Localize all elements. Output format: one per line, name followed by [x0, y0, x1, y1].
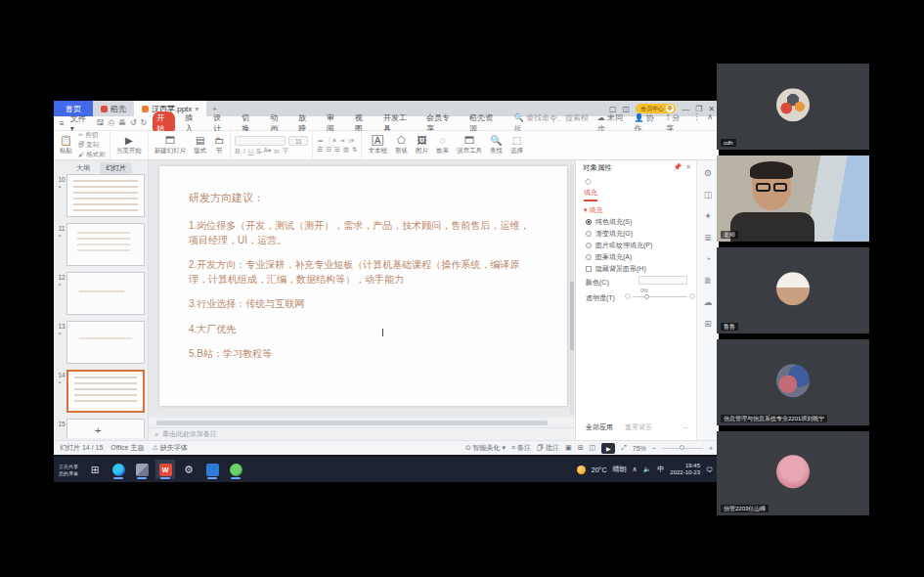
columns-button[interactable]: ▥: [343, 146, 349, 154]
temperature[interactable]: 20°C: [592, 466, 607, 473]
outline-tab[interactable]: 大纲: [70, 162, 96, 174]
align-center-button[interactable]: ☷: [326, 146, 331, 154]
settings-icon[interactable]: ⚙: [179, 460, 198, 479]
wechat-icon[interactable]: [226, 460, 245, 479]
layout-button[interactable]: ▤版式: [192, 135, 208, 155]
edge-browser-icon[interactable]: [109, 460, 128, 479]
slide-thumb-13[interactable]: [66, 321, 145, 364]
canvas-horizontal-scrollbar[interactable]: [149, 418, 575, 427]
slide-thumb-10[interactable]: [66, 174, 145, 217]
zoom-in-button[interactable]: +: [709, 445, 713, 452]
slide-thumb-11[interactable]: [66, 223, 145, 266]
present-tools-button[interactable]: 🗔演示工具: [455, 135, 484, 155]
more-options-icon[interactable]: ...: [682, 422, 688, 429]
section-button[interactable]: 🗀节: [212, 135, 226, 155]
color-dropdown[interactable]: [638, 276, 687, 285]
font-size-select[interactable]: 11: [288, 136, 308, 146]
copy-button[interactable]: 🗐 复制: [78, 141, 106, 150]
fill-option-gradient[interactable]: 渐变填充(G): [586, 229, 633, 239]
fill-option-pattern[interactable]: 图案填充(A): [586, 252, 632, 262]
add-slide-button[interactable]: +: [95, 424, 101, 436]
current-slide[interactable]: 研发方向建议： 1.岗位很多（开发，测试（测开），需求，产品，技术顾问，售前售后…: [159, 166, 567, 406]
cut-button[interactable]: ✂ 剪切: [78, 131, 106, 140]
file-explorer-icon[interactable]: [132, 460, 152, 479]
notes-toggle[interactable]: ≡ 备注: [511, 443, 531, 453]
underline-button[interactable]: U: [248, 147, 253, 155]
cloud-panel-icon[interactable]: ☁: [704, 297, 713, 307]
weather-icon[interactable]: [577, 466, 586, 474]
line-spacing-button[interactable]: ↕≡: [348, 137, 355, 145]
slider-plus[interactable]: [689, 293, 695, 299]
taskbar-clock[interactable]: 19:45 2022-10-23: [670, 463, 700, 476]
panel-close-icon[interactable]: ✕: [685, 163, 691, 171]
picture-button[interactable]: 🖼图片: [414, 135, 430, 155]
apps-panel-icon[interactable]: ⊞: [704, 319, 712, 329]
missing-font-warning[interactable]: ⚠ 缺失字体: [152, 443, 187, 453]
zoom-slider[interactable]: [662, 448, 703, 449]
bullets-button[interactable]: ≔: [317, 137, 324, 145]
slide-thumb-14-selected[interactable]: [66, 370, 145, 413]
fill-option-picture[interactable]: 图片或纹理填充(P): [586, 241, 652, 250]
undo-icon[interactable]: ↺: [130, 118, 137, 128]
numbering-button[interactable]: ⋮≡: [327, 137, 336, 145]
fill-section-header[interactable]: ▾ 填充: [584, 205, 602, 215]
italic-button[interactable]: I: [243, 147, 245, 155]
zoom-out-button[interactable]: −: [652, 445, 656, 452]
text-direction-button[interactable]: ⇅: [352, 146, 357, 154]
participant-tile-3[interactable]: 鲁鲁: [717, 247, 869, 333]
screen-share-indicator[interactable]: 正在共享 您的屏幕: [54, 464, 83, 476]
font-family-select[interactable]: [235, 136, 286, 146]
textbox-button[interactable]: 🄰文本框: [366, 135, 389, 155]
tray-expand-icon[interactable]: ∧: [632, 466, 637, 473]
canvas-vertical-scrollbar[interactable]: [570, 164, 574, 414]
play-from-page-button[interactable]: ▶当页开始: [114, 135, 144, 155]
participant-tile-4[interactable]: 信息管理与信息系统专业2201班刘晓宁: [717, 339, 869, 425]
strike-button[interactable]: S̶: [256, 148, 260, 155]
align-left-button[interactable]: ☰: [317, 146, 323, 154]
effect-button[interactable]: ◌效果: [434, 135, 451, 155]
normal-view-icon[interactable]: ▣: [565, 444, 572, 452]
timer-panel-icon[interactable]: ◔: [705, 254, 710, 264]
apply-all-button[interactable]: 全部应用: [586, 422, 613, 432]
participant-tile-5[interactable]: 信管2203任山峰: [717, 431, 869, 515]
slideshow-play-button[interactable]: ▶: [601, 443, 615, 454]
task-view-button[interactable]: ⊞: [85, 460, 105, 479]
file-menu[interactable]: 文件 ▾: [70, 113, 91, 133]
pin-icon[interactable]: 📌: [673, 163, 682, 171]
select-button[interactable]: ⬚选择: [508, 135, 525, 155]
redo-icon[interactable]: ↻: [141, 118, 148, 128]
sorter-view-icon[interactable]: ⊞: [578, 444, 584, 452]
scrollbar-thumb[interactable]: [156, 421, 548, 425]
slide-thumb-15[interactable]: [66, 419, 145, 438]
participant-tile-2-active-speaker[interactable]: 老师: [717, 155, 869, 242]
volume-icon[interactable]: 🔈: [643, 466, 652, 473]
print-icon[interactable]: 🖶: [118, 118, 126, 128]
scrollbar-thumb[interactable]: [570, 282, 574, 350]
design-panel-icon[interactable]: ◫: [704, 190, 713, 200]
animation-panel-icon[interactable]: ✦: [704, 211, 712, 221]
save-icon[interactable]: 🖫: [96, 118, 104, 128]
indent-button[interactable]: ⇥: [339, 137, 344, 145]
slide-thumb-12[interactable]: [66, 272, 145, 315]
weather-text[interactable]: 晴朗: [612, 465, 626, 474]
find-button[interactable]: 🔍查找: [488, 135, 505, 155]
transparency-slider[interactable]: 0%: [633, 296, 687, 297]
slider-minus[interactable]: [625, 293, 631, 299]
hide-background-checkbox[interactable]: 隐藏背景图形(H): [586, 264, 646, 274]
reading-view-icon[interactable]: ◫: [590, 444, 596, 452]
notification-center-icon[interactable]: 🗨: [706, 466, 713, 473]
meeting-app-icon[interactable]: [202, 460, 222, 479]
zoom-knob[interactable]: [680, 445, 684, 450]
align-right-button[interactable]: ☱: [334, 146, 340, 154]
new-slide-button[interactable]: 🗔新建幻灯片: [153, 135, 189, 155]
notes-panel-icon[interactable]: 🗎: [704, 276, 713, 286]
reset-background-button[interactable]: 重置背景: [625, 422, 652, 432]
slide-canvas[interactable]: 研发方向建议： 1.岗位很多（开发，测试（测开），需求，产品，技术顾问，售前售后…: [149, 160, 575, 418]
wps-app-icon[interactable]: W: [155, 460, 175, 479]
fill-option-solid[interactable]: 纯色填充(S): [586, 217, 632, 227]
paste-button[interactable]: 📋粘贴: [58, 135, 74, 155]
comments-toggle[interactable]: 🗍 批注: [537, 443, 559, 453]
superscript-button[interactable]: x²: [274, 148, 279, 155]
highlight-button[interactable]: 字: [283, 147, 289, 155]
theme-name[interactable]: Office 主题: [110, 443, 144, 453]
